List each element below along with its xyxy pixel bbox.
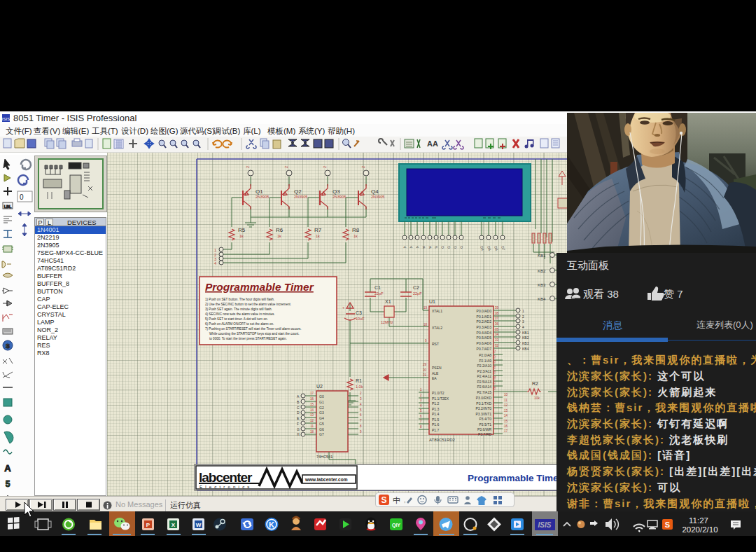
svg-text:G2: G2 <box>319 406 324 410</box>
svg-text:R5: R5 <box>238 227 246 233</box>
svg-text:15: 15 <box>310 403 314 406</box>
svg-text:P2.1/A9: P2.1/A9 <box>479 359 491 363</box>
svg-text:P2.2/A10: P2.2/A10 <box>477 364 491 368</box>
svg-text:34: 34 <box>495 333 499 336</box>
svg-text:P1.1/T2EX: P1.1/T2EX <box>432 396 449 401</box>
svg-text:39: 39 <box>495 306 499 310</box>
svg-text:P: P <box>146 522 150 528</box>
svg-text:C: C <box>297 406 300 410</box>
svg-text:15: 15 <box>504 420 508 423</box>
svg-text:G5: G5 <box>319 422 324 426</box>
svg-text:R: R <box>421 245 426 249</box>
svg-text:D5: D5 <box>486 245 492 251</box>
svg-text:P1.0/T2: P1.0/T2 <box>432 391 444 395</box>
svg-text:C1: C1 <box>374 285 381 290</box>
svg-text:W: W <box>196 522 202 528</box>
svg-text:Q4: Q4 <box>371 188 379 195</box>
svg-text:P2.4/A12: P2.4/A12 <box>477 374 491 378</box>
svg-text:2: 2 <box>284 166 288 168</box>
svg-text:2: 2 <box>360 392 362 395</box>
svg-text:P0.2/AD2: P0.2/AD2 <box>477 319 492 324</box>
svg-text:While counting the START/STOP: While counting the START/STOP keys stop … <box>209 332 300 336</box>
svg-text:3) Push SET again. The minute: 3) Push SET again. The minute digits wil… <box>205 308 272 311</box>
svg-text:G3: G3 <box>319 410 324 415</box>
svg-text:R8: R8 <box>352 227 360 233</box>
svg-text:X: X <box>172 522 176 528</box>
svg-text:P3.4/T0: P3.4/T0 <box>479 417 491 421</box>
svg-text:V: V <box>415 245 420 249</box>
svg-text:10uF: 10uF <box>356 317 365 321</box>
svg-text:P2.6/A14: P2.6/A14 <box>477 385 491 389</box>
svg-text:P2.5/A13: P2.5/A13 <box>477 380 491 384</box>
svg-text:Q1: Q1 <box>255 188 263 195</box>
svg-text:16: 16 <box>310 397 314 401</box>
svg-text:P0.0/AD0: P0.0/AD0 <box>477 309 492 313</box>
svg-text:Programmable Timer: Programmable Timer <box>468 473 563 483</box>
svg-text:中: 中 <box>393 496 400 504</box>
svg-text:33: 33 <box>495 338 499 342</box>
svg-text:U1: U1 <box>429 299 435 304</box>
svg-text:2) Use the SEC/INC button to s: 2) Use the SEC/INC button to set the ala… <box>205 303 291 306</box>
svg-text:XTAL1: XTAL1 <box>432 309 442 313</box>
svg-text:R2: R2 <box>532 381 538 386</box>
svg-text:P2.3/A11: P2.3/A11 <box>477 369 491 373</box>
svg-text:1.0k: 1.0k <box>356 385 363 389</box>
svg-text:S: S <box>665 520 670 529</box>
svg-text:AA: AA <box>427 139 438 148</box>
svg-text:1k: 1k <box>316 234 320 238</box>
svg-text:R7: R7 <box>314 227 322 233</box>
svg-text:9: 9 <box>360 430 362 434</box>
svg-text:1k: 1k <box>277 234 281 238</box>
svg-text:互动面板: 互动面板 <box>567 259 609 271</box>
svg-text:G7: G7 <box>319 432 324 436</box>
svg-text:labcenter: labcenter <box>199 470 253 485</box>
svg-text:V: V <box>402 245 407 249</box>
svg-text:17: 17 <box>310 392 314 395</box>
svg-text:A: A <box>4 463 11 474</box>
svg-text:4: 4 <box>420 404 422 408</box>
svg-text:Q3: Q3 <box>332 188 340 195</box>
svg-text:4: 4 <box>214 261 216 265</box>
svg-text:C3: C3 <box>356 310 362 315</box>
svg-text:16: 16 <box>504 425 508 428</box>
svg-text:14: 14 <box>504 414 508 418</box>
svg-text:赞 7: 赞 7 <box>664 288 683 300</box>
svg-text:5) Push SET to start timer. A: 5) Push SET to start timer. A dot will t… <box>205 317 268 321</box>
svg-text:KB1: KB1 <box>522 331 529 335</box>
svg-text:10: 10 <box>504 393 508 396</box>
svg-text:11: 11 <box>310 425 314 428</box>
svg-text:7) Pushing on START/RESET will: 7) Pushing on START/RESET will start the… <box>205 327 302 331</box>
svg-text:5: 5 <box>6 479 10 489</box>
svg-text:观看 38: 观看 38 <box>583 288 619 300</box>
svg-text:19: 19 <box>424 306 428 310</box>
svg-text:G0: G0 <box>319 394 324 399</box>
svg-text:XTAL2: XTAL2 <box>432 326 442 330</box>
svg-text:12MHz: 12MHz <box>381 320 393 324</box>
svg-text:6) Push on ALARM ON/OFF to set: 6) Push on ALARM ON/OFF to set the alarm… <box>205 322 274 326</box>
svg-text:RST: RST <box>432 342 439 346</box>
svg-text:V: V <box>409 245 414 249</box>
svg-text:P3.1/TXD: P3.1/TXD <box>476 401 491 406</box>
svg-text:www.labcenter.com: www.labcenter.com <box>304 477 348 482</box>
svg-text:3: 3 <box>420 399 422 402</box>
svg-text:A: A <box>297 394 300 399</box>
svg-text:Electronics: Electronics <box>200 485 253 489</box>
svg-text:D6: D6 <box>493 245 499 251</box>
svg-text:KB1: KB1 <box>538 254 546 258</box>
svg-text:2: 2 <box>361 166 365 168</box>
svg-text:6: 6 <box>420 415 422 418</box>
svg-text:AT89C51RD2: AT89C51RD2 <box>429 438 456 442</box>
svg-text:3: 3 <box>522 319 524 324</box>
svg-text:2N3905: 2N3905 <box>332 195 346 199</box>
svg-text:4) SEC/INC now sets the alarm: 4) SEC/INC now sets the alarm value in m… <box>205 312 275 316</box>
svg-text:1k: 1k <box>239 234 244 238</box>
svg-text:2: 2 <box>323 166 327 168</box>
svg-text:R: R <box>428 245 433 249</box>
svg-text:P1.2: P1.2 <box>432 401 440 406</box>
svg-text:ISIS: ISIS <box>538 521 552 529</box>
svg-text:P2.7/A15: P2.7/A15 <box>477 390 491 394</box>
svg-text:3: 3 <box>360 397 362 401</box>
svg-text:8: 8 <box>420 425 422 429</box>
svg-text:25: 25 <box>492 369 497 374</box>
svg-text:8: 8 <box>360 425 362 428</box>
